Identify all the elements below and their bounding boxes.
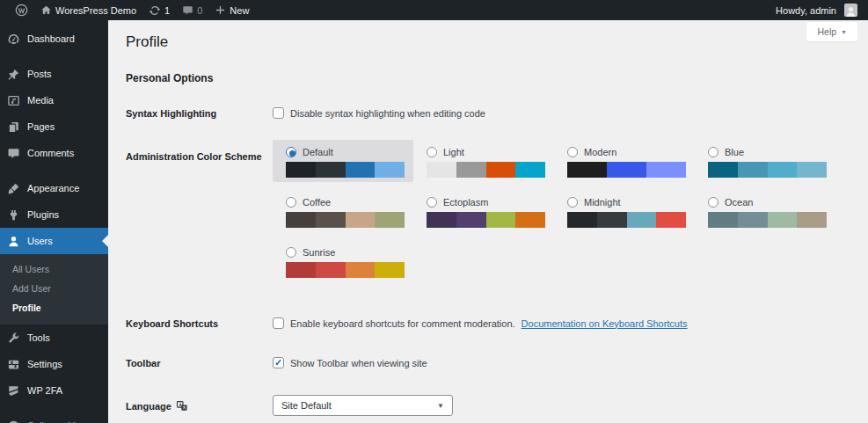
new-label: New — [230, 5, 249, 16]
color-scheme-name: Midnight — [584, 197, 621, 208]
new-content-menu[interactable]: New — [208, 0, 255, 20]
submenu-item-add-user[interactable]: Add User — [0, 279, 108, 298]
color-scheme-radio-midnight[interactable] — [567, 197, 578, 208]
color-swatch — [515, 212, 545, 228]
sidebar-item-label: Pages — [27, 121, 55, 132]
sidebar-item-posts[interactable]: Posts — [0, 61, 108, 87]
color-swatch — [427, 212, 456, 228]
color-scheme-radio-coffee[interactable] — [286, 197, 296, 208]
sidebar-item-label: Plugins — [27, 209, 59, 220]
color-scheme-radio-ectoplasm[interactable] — [427, 197, 437, 208]
wordpress-logo-menu[interactable] — [9, 0, 34, 20]
color-swatch — [427, 162, 456, 178]
color-scheme-coffee[interactable]: Coffee — [273, 190, 413, 232]
color-scheme-midnight[interactable]: Midnight — [554, 190, 695, 232]
color-scheme-row: Administration Color Scheme DefaultLight… — [126, 140, 868, 282]
color-scheme-name: Blue — [725, 147, 744, 157]
translation-icon — [176, 400, 188, 412]
keyboard-shortcuts-label: Keyboard Shortcuts — [126, 317, 273, 329]
submenu-item-all-users[interactable]: All Users — [0, 259, 108, 279]
color-swatch — [286, 162, 316, 178]
color-scheme-radio-modern[interactable] — [567, 147, 578, 157]
sidebar-item-label: Comments — [27, 148, 74, 158]
visit-site-link[interactable]: WoresPress Demo — [34, 0, 142, 20]
color-scheme-radio-light[interactable] — [427, 147, 437, 157]
color-swatch — [597, 212, 627, 228]
sidebar-item-dashboard[interactable]: Dashboard — [0, 26, 108, 52]
help-button[interactable]: Help ▼ — [806, 22, 857, 41]
sidebar-item-label: Dashboard — [27, 33, 75, 44]
color-swatch — [627, 212, 657, 228]
keyboard-checkbox-label[interactable]: Enable keyboard shortcuts for comment mo… — [290, 318, 515, 329]
plugin-icon — [6, 208, 20, 222]
color-scheme-swatches — [708, 162, 827, 178]
color-scheme-blue[interactable]: Blue — [695, 140, 835, 182]
show-toolbar-checkbox[interactable] — [273, 357, 284, 368]
main-content: Help ▼ Profile Personal Options Syntax H… — [108, 20, 868, 423]
pushpin-icon — [6, 67, 20, 81]
sidebar-item-plugins[interactable]: Plugins — [0, 201, 108, 228]
sidebar-item-users[interactable]: Users — [0, 228, 108, 254]
language-label: Language — [126, 401, 171, 412]
language-select[interactable]: Site Default ▼ — [273, 395, 453, 416]
color-scheme-radio-ocean[interactable] — [708, 197, 718, 208]
color-scheme-ectoplasm[interactable]: Ectoplasm — [413, 190, 554, 232]
collapse-arrow-icon — [6, 419, 20, 423]
avatar[interactable] — [844, 4, 857, 17]
color-swatch — [708, 212, 738, 228]
updates-menu[interactable]: 1 — [142, 0, 176, 20]
comments-menu[interactable]: 0 — [176, 0, 208, 20]
howdy-admin-menu[interactable]: Howdy, admin — [770, 5, 839, 16]
color-swatch — [316, 212, 346, 228]
color-scheme-light[interactable]: Light — [413, 140, 554, 182]
sidebar-item-comments[interactable]: Comments — [0, 140, 108, 166]
comment-icon — [6, 146, 20, 160]
keyboard-shortcuts-row: Keyboard Shortcuts Enable keyboard short… — [126, 317, 868, 329]
color-scheme-label: Administration Color Scheme — [126, 140, 273, 162]
color-swatch — [768, 162, 798, 178]
sidebar-item-pages[interactable]: Pages — [0, 113, 108, 140]
color-swatch — [607, 162, 646, 178]
enable-keyboard-shortcuts-checkbox[interactable] — [273, 317, 284, 329]
color-swatch — [316, 262, 346, 278]
color-scheme-swatches — [567, 162, 686, 178]
keyboard-shortcuts-doc-link[interactable]: Documentation on Keyboard Shortcuts — [522, 318, 688, 329]
sidebar-item-label: Users — [27, 236, 53, 246]
profile-form: Syntax Highlighting Disable syntax highl… — [126, 107, 868, 416]
color-scheme-swatches — [427, 212, 545, 228]
sidebar-item-appearance[interactable]: Appearance — [0, 175, 108, 201]
chevron-down-icon: ▼ — [841, 29, 847, 35]
pages-icon — [6, 120, 20, 134]
sidebar-item-settings[interactable]: Settings — [0, 351, 108, 377]
color-scheme-name: Sunrise — [303, 247, 335, 258]
color-scheme-default[interactable]: Default — [273, 140, 413, 182]
submenu-item-profile[interactable]: Profile — [0, 298, 108, 317]
sidebar-item-tools[interactable]: Tools — [0, 325, 108, 351]
color-swatch — [738, 162, 768, 178]
color-swatch — [375, 162, 405, 178]
color-scheme-modern[interactable]: Modern — [554, 140, 695, 182]
media-icon — [6, 93, 20, 107]
sidebar-item-collapse-menu[interactable]: Collapse Menu — [0, 412, 108, 423]
sidebar-item-media[interactable]: Media — [0, 87, 108, 113]
sidebar-item-label: Settings — [27, 359, 62, 369]
color-scheme-ocean[interactable]: Ocean — [695, 190, 835, 232]
color-scheme-sunrise[interactable]: Sunrise — [273, 240, 413, 282]
color-swatch — [346, 212, 376, 228]
sidebar-item-label: Tools — [27, 332, 50, 343]
syntax-checkbox-label[interactable]: Disable syntax highlighting when editing… — [290, 108, 485, 119]
color-scheme-radio-sunrise[interactable] — [286, 247, 296, 258]
color-scheme-radio-blue[interactable] — [708, 147, 718, 157]
color-swatch — [375, 212, 405, 228]
toolbar-checkbox-label[interactable]: Show Toolbar when viewing site — [290, 358, 427, 368]
sidebar-item-wp-2fa[interactable]: WP 2FA — [0, 377, 108, 404]
color-swatch — [286, 262, 316, 278]
disable-syntax-highlighting-checkbox[interactable] — [273, 107, 284, 119]
color-scheme-radio-default[interactable] — [286, 147, 296, 157]
comment-bubble-icon — [182, 4, 193, 16]
users-submenu: All UsersAdd UserProfile — [0, 254, 108, 325]
language-select-value: Site Default — [281, 400, 332, 411]
admin-sidebar: DashboardPostsMediaPagesCommentsAppearan… — [0, 20, 108, 423]
color-swatch — [486, 212, 516, 228]
color-swatch — [768, 212, 798, 228]
